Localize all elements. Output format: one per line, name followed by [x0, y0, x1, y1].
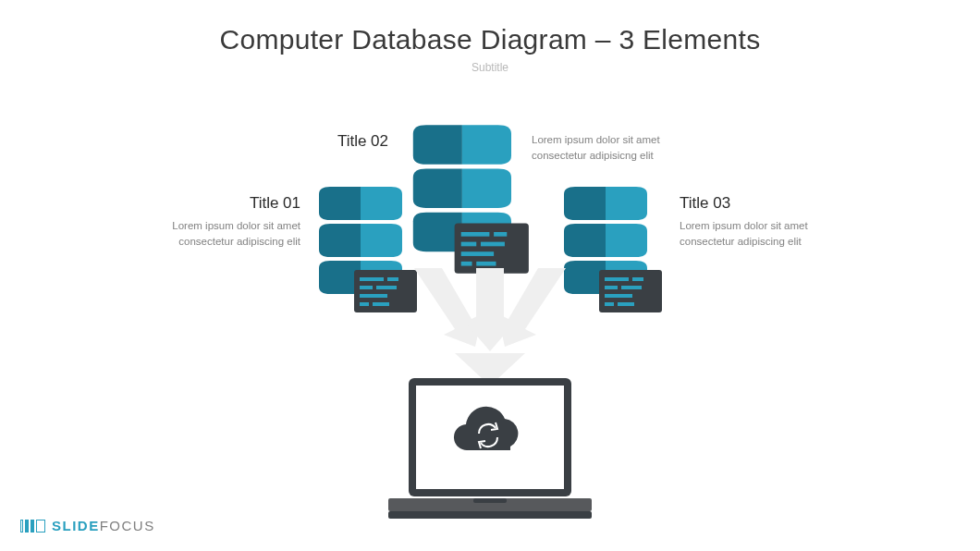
- svg-rect-14: [461, 262, 472, 266]
- svg-rect-15: [476, 262, 496, 266]
- brand-bars-icon: [20, 520, 45, 533]
- element-2-title: Title 02: [263, 132, 388, 151]
- laptop-icon: [388, 374, 592, 526]
- element-1-title: Title 01: [143, 194, 300, 213]
- brand-word-1: SLIDE: [52, 518, 100, 533]
- svg-rect-10: [494, 232, 507, 237]
- svg-rect-9: [461, 232, 490, 237]
- svg-rect-16: [599, 270, 662, 312]
- svg-rect-11: [461, 242, 477, 247]
- element-3-title: Title 03: [680, 194, 837, 213]
- svg-rect-22: [605, 302, 614, 306]
- slide-title: Computer Database Diagram – 3 Elements: [0, 24, 980, 55]
- svg-rect-19: [605, 286, 618, 289]
- svg-rect-23: [618, 302, 634, 306]
- element-3-desc: Lorem ipsum dolor sit amet consectetur a…: [680, 218, 837, 249]
- svg-rect-21: [605, 294, 632, 298]
- element-1-text: Title 01 Lorem ipsum dolor sit amet cons…: [143, 194, 300, 249]
- database-icon-2: [402, 123, 544, 287]
- svg-rect-18: [632, 277, 643, 281]
- svg-rect-6: [360, 302, 369, 306]
- svg-rect-3: [360, 286, 373, 289]
- element-2-desc: Lorem ipsum dolor sit amet consectetur a…: [532, 132, 717, 163]
- svg-rect-17: [605, 277, 629, 281]
- element-3-text: Title 03 Lorem ipsum dolor sit amet cons…: [680, 194, 837, 249]
- element-1-desc: Lorem ipsum dolor sit amet consectetur a…: [143, 218, 300, 249]
- svg-rect-12: [481, 242, 505, 247]
- svg-rect-20: [621, 286, 642, 289]
- svg-rect-27: [388, 511, 592, 519]
- svg-rect-28: [473, 498, 507, 503]
- brand-word-2: FOCUS: [100, 518, 155, 533]
- flow-arrows: [379, 268, 601, 388]
- brand-logo: SLIDEFOCUS: [20, 518, 155, 534]
- element-2-title-block: Title 02: [263, 132, 388, 156]
- svg-rect-13: [461, 251, 494, 256]
- element-2-desc-block: Lorem ipsum dolor sit amet consectetur a…: [532, 132, 717, 163]
- slide-subtitle: Subtitle: [0, 61, 980, 74]
- svg-rect-8: [455, 224, 529, 274]
